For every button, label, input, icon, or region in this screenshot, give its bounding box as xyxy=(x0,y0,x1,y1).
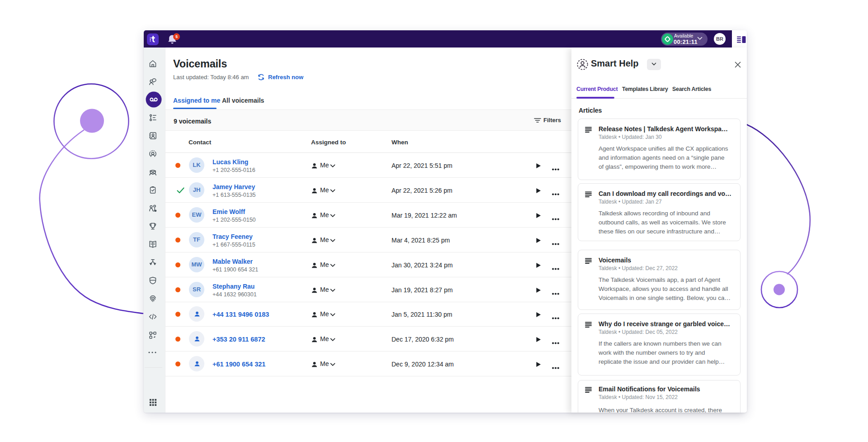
svg-text:5: 5 xyxy=(175,34,178,39)
